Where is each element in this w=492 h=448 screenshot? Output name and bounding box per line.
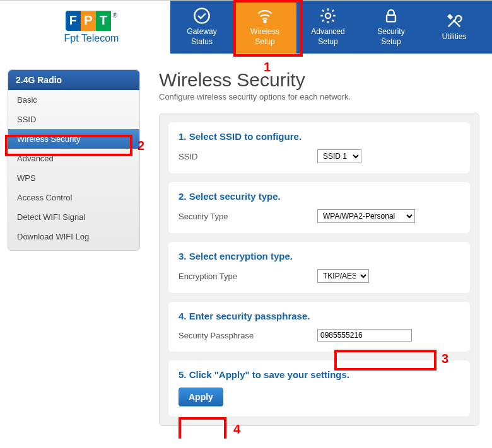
nav-label: Advanced Setup bbox=[311, 27, 344, 47]
security-type-label: Security Type bbox=[179, 212, 317, 221]
apply-button-label: Apply bbox=[189, 392, 213, 402]
main-content: Wireless Security Configure wireless sec… bbox=[140, 69, 492, 439]
sidebar-item-basic[interactable]: Basic bbox=[8, 90, 139, 110]
nav-advanced-setup[interactable]: Advanced Setup bbox=[296, 1, 360, 54]
svg-point-1 bbox=[264, 21, 266, 23]
svg-rect-3 bbox=[387, 15, 395, 22]
sidebar-item-label: Detect WIFI Signal bbox=[17, 212, 85, 222]
lock-icon bbox=[382, 7, 400, 25]
sidebar-item-access-control[interactable]: Access Control bbox=[8, 188, 139, 207]
nav-gateway-status[interactable]: Gateway Status bbox=[170, 1, 233, 54]
nav-label: Gateway Status bbox=[187, 27, 216, 47]
encryption-type-select[interactable]: TKIP/AES bbox=[317, 269, 369, 283]
brand-text: Fpt Telecom bbox=[64, 33, 119, 44]
sidebar-item-label: SSID bbox=[17, 115, 36, 124]
security-type-select[interactable]: WPA/WPA2-Personal bbox=[317, 209, 415, 223]
wifi-icon bbox=[256, 7, 274, 25]
nav-label: Security Setup bbox=[377, 27, 404, 47]
sidebar: 2.4G Radio Basic SSID Wireless Security … bbox=[8, 69, 140, 251]
sidebar-item-label: Wireless Security bbox=[17, 134, 80, 144]
sidebar-item-advanced[interactable]: Advanced bbox=[8, 149, 139, 168]
sidebar-item-wps[interactable]: WPS bbox=[8, 168, 139, 188]
brand-logo: F P T ® Fpt Telecom bbox=[0, 1, 170, 54]
sidebar-item-label: Download WIFI Log bbox=[17, 232, 89, 241]
nav-utilities[interactable]: Utilities bbox=[423, 1, 486, 54]
ssid-label: SSID bbox=[179, 152, 317, 161]
section-passphrase: 4. Enter security passphrase. Security P… bbox=[168, 302, 470, 352]
apply-button[interactable]: Apply bbox=[179, 388, 223, 406]
main-nav: Gateway Status Wireless Setup Advanced S… bbox=[170, 1, 492, 54]
ssid-select[interactable]: SSID 1 bbox=[317, 149, 361, 163]
sidebar-item-label: Advanced bbox=[17, 154, 54, 163]
passphrase-label: Security Passphrase bbox=[179, 331, 317, 340]
svg-point-2 bbox=[325, 13, 331, 18]
sidebar-item-detect-wifi-signal[interactable]: Detect WIFI Signal bbox=[8, 207, 139, 227]
checkmark-circle-icon bbox=[193, 7, 211, 25]
section-title: 5. Click "Apply" to save your settings. bbox=[179, 369, 460, 380]
header: F P T ® Fpt Telecom Gateway Status Wirel… bbox=[0, 0, 492, 54]
fpt-logo-icon: F P T ® bbox=[66, 11, 117, 31]
page-title: Wireless Security bbox=[159, 69, 479, 91]
sidebar-item-label: WPS bbox=[17, 173, 36, 183]
gear-icon bbox=[319, 7, 337, 25]
section-apply: 5. Click "Apply" to save your settings. … bbox=[168, 360, 470, 416]
page-subtitle: Configure wireless security options for … bbox=[159, 92, 479, 101]
section-security-type: 2. Select security type. Security Type W… bbox=[168, 182, 470, 233]
sidebar-header: 2.4G Radio bbox=[8, 70, 139, 90]
sidebar-item-download-wifi-log[interactable]: Download WIFI Log bbox=[8, 227, 139, 246]
passphrase-input[interactable] bbox=[317, 329, 412, 342]
encryption-type-label: Encryption Type bbox=[179, 272, 317, 281]
sidebar-item-wireless-security[interactable]: Wireless Security bbox=[8, 129, 139, 149]
section-ssid: 1. Select SSID to configure. SSID SSID 1 bbox=[168, 122, 470, 173]
section-title: 1. Select SSID to configure. bbox=[179, 131, 460, 142]
section-encryption-type: 3. Select encryption type. Encryption Ty… bbox=[168, 242, 470, 293]
section-title: 2. Select security type. bbox=[179, 191, 460, 202]
section-title: 3. Select encryption type. bbox=[179, 251, 460, 261]
settings-panel: 1. Select SSID to configure. SSID SSID 1… bbox=[159, 113, 479, 426]
sidebar-item-label: Basic bbox=[17, 95, 37, 105]
nav-security-setup[interactable]: Security Setup bbox=[360, 1, 423, 54]
nav-wireless-setup[interactable]: Wireless Setup bbox=[233, 1, 296, 54]
svg-point-0 bbox=[194, 9, 209, 23]
tools-icon bbox=[445, 12, 463, 30]
sidebar-item-ssid[interactable]: SSID bbox=[8, 110, 139, 129]
sidebar-item-label: Access Control bbox=[17, 193, 72, 202]
nav-label: Utilities bbox=[442, 32, 467, 42]
nav-label: Wireless Setup bbox=[250, 27, 279, 47]
section-title: 4. Enter security passphrase. bbox=[179, 311, 460, 321]
